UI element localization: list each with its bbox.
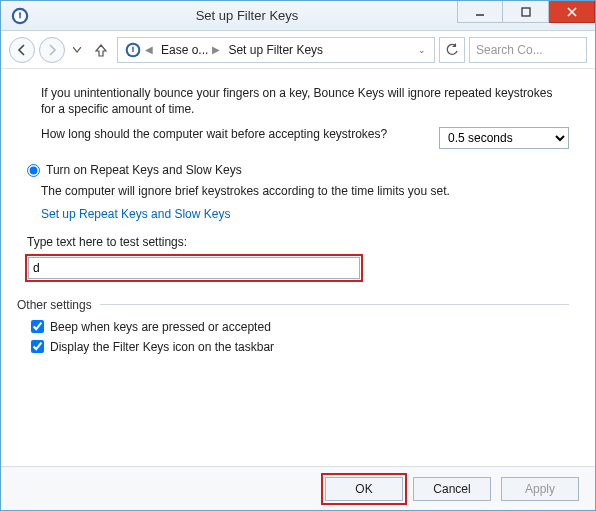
up-button[interactable] (89, 38, 113, 62)
arrow-left-icon (16, 44, 28, 56)
display-icon-checkbox-row: Display the Filter Keys icon on the task… (31, 340, 569, 354)
apply-button[interactable]: Apply (501, 477, 579, 501)
wait-question: How long should the computer wait before… (41, 127, 427, 141)
display-icon-checkbox[interactable] (31, 340, 44, 353)
content-area: If you unintentionally bounce your finge… (1, 69, 595, 466)
system-icon (9, 5, 31, 27)
close-icon (567, 7, 577, 17)
svg-rect-2 (19, 13, 21, 18)
chevron-right-icon: ▶ (212, 44, 220, 55)
minimize-icon (475, 7, 485, 17)
other-settings-section: Other settings (17, 298, 569, 312)
refresh-icon (445, 43, 459, 57)
ease-of-access-icon (125, 42, 141, 58)
title-bar: Set up Filter Keys (1, 1, 595, 31)
navigation-bar: ◀ Ease o... ▶ Set up Filter Keys ⌄ Searc… (1, 31, 595, 69)
breadcrumb-ease[interactable]: Ease o... ▶ (158, 43, 223, 57)
svg-rect-4 (522, 8, 530, 16)
display-icon-label: Display the Filter Keys icon on the task… (50, 340, 274, 354)
breadcrumb[interactable]: ◀ Ease o... ▶ Set up Filter Keys ⌄ (117, 37, 435, 63)
setup-repeat-slow-link[interactable]: Set up Repeat Keys and Slow Keys (41, 206, 569, 222)
section-divider (100, 304, 569, 305)
ease-of-access-icon (11, 7, 29, 25)
chevron-right-icon: ◀ (145, 44, 153, 55)
search-placeholder: Search Co... (476, 43, 543, 57)
history-dropdown[interactable] (69, 37, 85, 63)
test-input[interactable] (28, 257, 360, 279)
close-button[interactable] (549, 1, 595, 23)
breadcrumb-ease-label: Ease o... (161, 43, 208, 57)
chevron-down-icon (73, 47, 81, 53)
repeat-slow-label: Turn on Repeat Keys and Slow Keys (46, 163, 242, 177)
arrow-up-icon (94, 43, 108, 57)
other-settings-label: Other settings (17, 298, 92, 312)
test-label: Type text here to test settings: (27, 234, 569, 250)
breadcrumb-current-label: Set up Filter Keys (228, 43, 323, 57)
forward-button[interactable] (39, 37, 65, 63)
maximize-icon (521, 7, 531, 17)
breadcrumb-current[interactable]: Set up Filter Keys (225, 43, 326, 57)
svg-rect-9 (132, 48, 133, 52)
window-title: Set up Filter Keys (37, 8, 457, 23)
minimize-button[interactable] (457, 1, 503, 23)
back-button[interactable] (9, 37, 35, 63)
wait-duration-select[interactable]: 0.5 seconds (439, 127, 569, 149)
cancel-button[interactable]: Cancel (413, 477, 491, 501)
breadcrumb-root[interactable]: ◀ (122, 42, 156, 58)
maximize-button[interactable] (503, 1, 549, 23)
dialog-footer: OK Cancel Apply (1, 466, 595, 510)
beep-checkbox[interactable] (31, 320, 44, 333)
wait-duration-row: How long should the computer wait before… (41, 127, 569, 149)
repeat-slow-radio[interactable] (27, 164, 40, 177)
breadcrumb-dropdown[interactable]: ⌄ (418, 45, 430, 55)
ok-button[interactable]: OK (325, 477, 403, 501)
repeat-slow-radio-row: Turn on Repeat Keys and Slow Keys (27, 163, 569, 177)
beep-label: Beep when keys are pressed or accepted (50, 320, 271, 334)
refresh-button[interactable] (439, 37, 465, 63)
bounce-keys-description: If you unintentionally bounce your finge… (41, 85, 569, 117)
search-input[interactable]: Search Co... (469, 37, 587, 63)
beep-checkbox-row: Beep when keys are pressed or accepted (31, 320, 569, 334)
window-buttons (457, 1, 595, 30)
repeat-slow-description: The computer will ignore brief keystroke… (41, 183, 569, 199)
test-input-wrapper (27, 256, 361, 280)
arrow-right-icon (46, 44, 58, 56)
